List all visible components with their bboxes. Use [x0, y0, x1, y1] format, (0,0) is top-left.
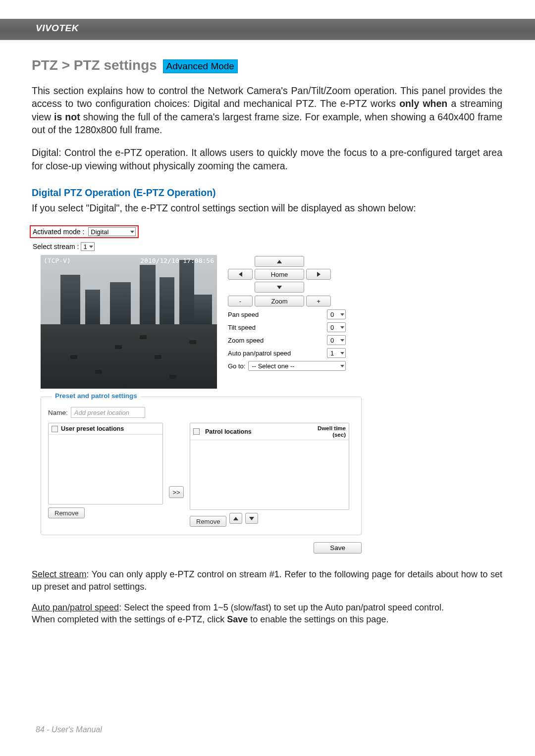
- auto-speed-text: : Select the speed from 1~5 (slow/fast) …: [119, 603, 444, 612]
- activated-mode-value: Digital: [91, 228, 108, 236]
- user-preset-header: User preset locations: [61, 425, 124, 432]
- header-bar: [0, 19, 535, 40]
- tilt-speed-value: 0: [330, 324, 334, 331]
- zoom-in-button[interactable]: +: [306, 296, 331, 306]
- arrow-down-icon: [249, 517, 254, 520]
- video-overlay-timestamp: 2010/12/10 17:08:56: [140, 257, 214, 264]
- pan-left-button[interactable]: [228, 269, 253, 280]
- ptz-controls: Home - Zoom + Pan speed 0: [228, 255, 346, 374]
- zoom-speed-value: 0: [330, 337, 334, 344]
- arrow-up-icon: [233, 517, 238, 520]
- breadcrumb-title: PTZ > PTZ settings: [32, 57, 157, 73]
- tilt-speed-select[interactable]: 0: [327, 322, 346, 332]
- patrol-list[interactable]: Patrol locations Dwell time (sec): [190, 423, 349, 510]
- intro-bold-1: only when: [399, 98, 447, 109]
- select-stream-text: : You can only apply e-PTZ control on st…: [32, 569, 502, 591]
- patrol-move-up-button[interactable]: [229, 513, 242, 524]
- arrow-up-icon: [277, 260, 282, 263]
- goto-select[interactable]: -- Select one --: [248, 361, 346, 371]
- patrol-checkbox[interactable]: [193, 428, 200, 435]
- save-bold: Save: [227, 614, 248, 624]
- preset-name-label: Name:: [48, 409, 68, 416]
- zoom-label: Zoom: [255, 296, 304, 306]
- preset-name-input[interactable]: Add preset location: [71, 407, 145, 418]
- activated-mode-select[interactable]: Digital: [88, 227, 136, 236]
- arrow-down-icon: [277, 286, 282, 289]
- video-preview: (TCP-V) 2010/12/10 17:08:56: [41, 255, 217, 389]
- intro-bold-2: is not: [54, 111, 80, 122]
- tilt-speed-label: Tilt speed: [228, 324, 324, 331]
- zoom-speed-label: Zoom speed: [228, 337, 324, 344]
- select-stream-underline: Select stream: [32, 569, 87, 579]
- auto-speed-label: Auto pan/patrol speed: [228, 350, 324, 357]
- arrow-right-icon: [317, 272, 321, 277]
- auto-speed-underline: Auto pan/patrol speed: [32, 603, 119, 612]
- goto-value: -- Select one --: [252, 362, 294, 370]
- preset-patrol-settings: Preset and patrol settings Name: Add pre…: [41, 397, 362, 535]
- breadcrumb: PTZ > PTZ settings Advanced Mode: [32, 57, 502, 73]
- preset-legend: Preset and patrol settings: [52, 392, 140, 400]
- chevron-down-icon: [340, 339, 344, 342]
- zoom-out-button[interactable]: -: [228, 296, 253, 306]
- advanced-mode-badge: Advanced Mode: [163, 59, 238, 73]
- section-heading-digital-ptz: Digital PTZ Operation (E-PTZ Operation): [32, 187, 502, 199]
- auto-speed-paragraph: Auto pan/patrol speed: Select the speed …: [32, 602, 502, 626]
- pan-right-button[interactable]: [306, 269, 331, 280]
- chevron-down-icon: [340, 352, 344, 354]
- intro-text: showing the full of the camera's largest…: [32, 111, 502, 135]
- user-preset-checkbox[interactable]: [52, 426, 58, 432]
- activated-mode-highlight: Activated mode : Digital: [30, 225, 139, 238]
- remove-user-preset-button[interactable]: Remove: [48, 507, 85, 518]
- auto-speed-text: When completed with the settings of e-PT…: [32, 614, 227, 624]
- home-button[interactable]: Home: [255, 269, 304, 280]
- user-preset-list[interactable]: User preset locations: [48, 423, 163, 504]
- save-button[interactable]: Save: [314, 542, 362, 554]
- goto-label: Go to:: [228, 362, 245, 370]
- tilt-down-button[interactable]: [255, 282, 304, 293]
- chevron-down-icon: [340, 326, 344, 329]
- auto-speed-select[interactable]: 1: [327, 348, 346, 358]
- pan-speed-label: Pan speed: [228, 311, 324, 318]
- chevron-down-icon: [340, 313, 344, 316]
- move-right-button[interactable]: >>: [169, 486, 184, 498]
- select-stream-select[interactable]: 1: [81, 242, 94, 251]
- intro-paragraph-1: This section explains how to control the…: [32, 84, 502, 136]
- pan-speed-select[interactable]: 0: [327, 309, 346, 319]
- chevron-down-icon: [89, 246, 93, 248]
- section-lead: If you select "Digital", the e-PTZ contr…: [32, 202, 502, 214]
- auto-speed-value: 1: [330, 350, 334, 357]
- patrol-header: Patrol locations: [205, 428, 315, 435]
- chevron-down-icon: [130, 231, 134, 233]
- patrol-move-down-button[interactable]: [245, 513, 258, 524]
- select-stream-value: 1: [83, 243, 87, 251]
- tilt-up-button[interactable]: [255, 256, 304, 267]
- dwell-time-header: Dwell time (sec): [318, 425, 346, 438]
- zoom-speed-select[interactable]: 0: [327, 335, 346, 345]
- brand-label: VIVOTEK: [36, 23, 79, 34]
- pan-speed-value: 0: [330, 311, 334, 318]
- video-overlay-left: (TCP-V): [44, 257, 71, 264]
- remove-patrol-button[interactable]: Remove: [190, 516, 226, 527]
- select-stream-paragraph: Select stream: You can only apply e-PTZ …: [32, 568, 502, 593]
- select-stream-label: Select stream :: [33, 243, 79, 251]
- intro-paragraph-2: Digital: Control the e-PTZ operation. It…: [32, 146, 502, 172]
- auto-speed-text: to enable the settings on this page.: [248, 614, 388, 624]
- arrow-left-icon: [239, 272, 242, 277]
- chevron-down-icon: [340, 365, 344, 367]
- page-footer: 84 - User's Manual: [36, 725, 102, 734]
- activated-mode-label: Activated mode :: [33, 228, 84, 236]
